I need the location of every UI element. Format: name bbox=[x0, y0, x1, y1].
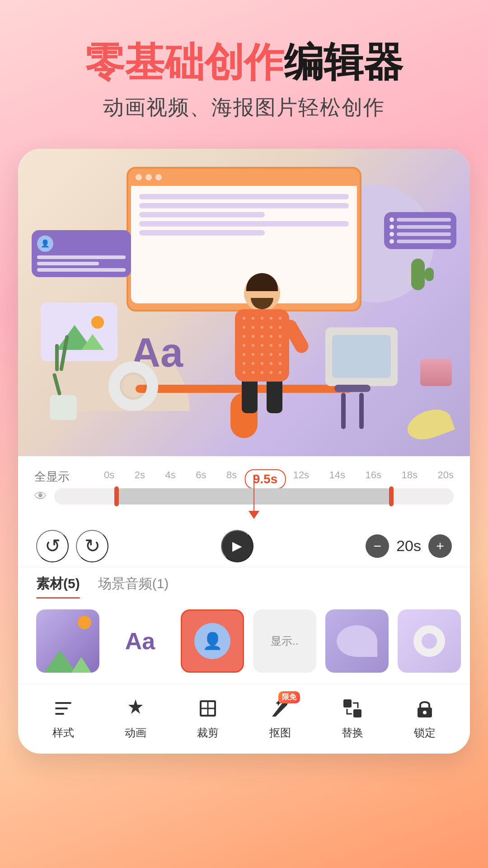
ui-lines-body bbox=[37, 255, 126, 272]
char-beard bbox=[251, 298, 273, 309]
avatar-thumb-inner: 👤 bbox=[194, 623, 230, 659]
undo-button[interactable]: ↺ bbox=[36, 530, 69, 562]
browser-line bbox=[139, 203, 349, 208]
duration-minus-button[interactable]: − bbox=[366, 534, 389, 558]
thumb-aa-text: Aa bbox=[125, 627, 155, 655]
ui-dots-right bbox=[389, 217, 451, 244]
timeline-cursor[interactable] bbox=[249, 475, 259, 519]
tool-crop[interactable]: 裁剪 bbox=[194, 695, 221, 740]
ui-dot bbox=[389, 225, 394, 229]
tab-audio[interactable]: 场景音频(1) bbox=[98, 575, 169, 599]
thumb-donut[interactable] bbox=[398, 609, 461, 673]
ui-card-left: 👤 bbox=[32, 230, 131, 277]
thumb-avatar[interactable]: 👤 bbox=[181, 609, 244, 673]
replace-icon bbox=[339, 695, 366, 722]
animation-label: 动画 bbox=[125, 726, 146, 740]
stool-leg bbox=[359, 393, 364, 429]
cutout-label: 抠图 bbox=[269, 726, 291, 740]
cursor-line bbox=[253, 475, 254, 511]
thumb-blob[interactable] bbox=[325, 609, 389, 673]
tool-lock[interactable]: 锁定 bbox=[411, 695, 438, 740]
crop-label: 裁剪 bbox=[197, 726, 219, 740]
browser-line bbox=[139, 230, 265, 236]
bottom-toolbar: 样式 动画 裁剪 bbox=[18, 684, 470, 754]
thumb-landscape[interactable] bbox=[36, 609, 99, 673]
ui-card-right bbox=[384, 212, 456, 249]
thumb-text[interactable]: Aa bbox=[108, 609, 172, 673]
image-card bbox=[41, 302, 117, 361]
plant-stems bbox=[54, 335, 72, 397]
timeline-header: 全显示 9.5s 0s 2s 4s 6s 8s 10s 12s 14s 16s … bbox=[34, 469, 454, 485]
thumbnails-row: Aa 👤 显示.. bbox=[18, 599, 470, 684]
browser-dot-2 bbox=[145, 174, 152, 180]
crop-icon bbox=[194, 695, 221, 722]
title-highlight: 零基础创作 bbox=[85, 40, 284, 85]
ui-dot-line bbox=[397, 240, 451, 243]
replace-label: 替换 bbox=[342, 726, 363, 740]
browser-line bbox=[139, 194, 349, 199]
char-spots bbox=[239, 314, 285, 377]
browser-dot-1 bbox=[136, 174, 142, 180]
cactus-arm bbox=[425, 268, 434, 281]
free-badge: 限免 bbox=[278, 691, 300, 703]
ui-card-header: 👤 bbox=[37, 236, 126, 252]
tabs-bar: 素材(5) 场景音频(1) bbox=[18, 567, 470, 599]
char-leg-left bbox=[242, 377, 258, 413]
blob-shape-thumb bbox=[337, 625, 377, 657]
duration-value: 20s bbox=[396, 537, 421, 555]
thumb-sun bbox=[78, 616, 91, 629]
svg-rect-0 bbox=[55, 702, 71, 704]
preview-area: 👤 bbox=[18, 149, 470, 456]
tool-style[interactable]: 样式 bbox=[50, 695, 77, 740]
thumb-display[interactable]: 显示.. bbox=[253, 609, 316, 673]
ui-dot-item bbox=[389, 217, 451, 222]
plant-pot bbox=[50, 395, 77, 420]
timeline-track[interactable] bbox=[54, 488, 454, 505]
ui-line bbox=[37, 262, 99, 265]
tool-animation[interactable]: 动画 bbox=[122, 695, 149, 740]
play-button[interactable]: ▶ bbox=[221, 530, 253, 562]
controls-row: ↺ ↻ ▶ − 20s + bbox=[18, 521, 470, 567]
magic-icon: 限免 bbox=[267, 695, 294, 722]
char-arm bbox=[281, 317, 311, 355]
ui-dot-line bbox=[397, 225, 451, 229]
timeline-handle-left[interactable] bbox=[114, 486, 119, 506]
style-label: 样式 bbox=[52, 726, 74, 740]
tab-materials[interactable]: 素材(5) bbox=[36, 575, 80, 599]
stool-legs bbox=[334, 393, 371, 429]
blob-shape bbox=[404, 404, 455, 445]
subtitle: 动画视频、海报图片轻松创作 bbox=[0, 94, 488, 122]
svg-rect-1 bbox=[55, 708, 68, 709]
duration-plus-button[interactable]: + bbox=[428, 534, 452, 558]
ui-dot-item bbox=[389, 239, 451, 244]
timeline-handle-right[interactable] bbox=[389, 486, 394, 506]
svg-rect-7 bbox=[343, 699, 352, 708]
timeline-row[interactable]: 👁 bbox=[34, 488, 454, 505]
ui-line bbox=[37, 268, 126, 272]
cactus-pot bbox=[420, 359, 452, 386]
plant-stem bbox=[60, 335, 70, 371]
redo-button[interactable]: ↻ bbox=[76, 530, 108, 562]
char-head bbox=[244, 275, 280, 311]
svg-rect-2 bbox=[55, 713, 64, 715]
monitor bbox=[325, 327, 398, 386]
mountain-small bbox=[81, 334, 104, 350]
avatar-icon: 👤 bbox=[37, 236, 53, 252]
plant-stem bbox=[55, 344, 59, 371]
tool-replace[interactable]: 替换 bbox=[339, 695, 366, 740]
donut-shape-thumb bbox=[413, 625, 445, 657]
svg-point-10 bbox=[423, 711, 427, 714]
char-body bbox=[235, 309, 289, 382]
ui-dot-item bbox=[389, 225, 451, 229]
char-hair bbox=[246, 273, 278, 291]
ui-dot-line bbox=[397, 232, 451, 236]
cactus-plant bbox=[411, 259, 425, 290]
title-normal: 编辑器 bbox=[284, 40, 403, 85]
character bbox=[217, 275, 307, 420]
tool-cutout[interactable]: 限免 抠图 bbox=[267, 695, 294, 740]
stool-leg bbox=[341, 393, 346, 429]
browser-line bbox=[139, 221, 349, 226]
cursor-triangle bbox=[249, 511, 259, 519]
timeline-area: 全显示 9.5s 0s 2s 4s 6s 8s 10s 12s 14s 16s … bbox=[18, 456, 470, 521]
eye-icon[interactable]: 👁 bbox=[34, 489, 47, 504]
